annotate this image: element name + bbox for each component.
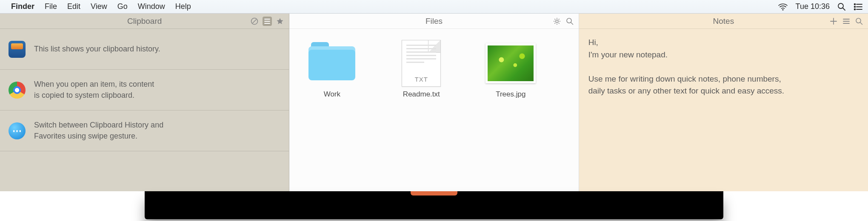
txt-file-icon: TXT <box>402 40 441 87</box>
notes-list-icon[interactable] <box>842 17 851 26</box>
clipboard-panel: Clipboard This list shows your clipboard… <box>0 14 289 191</box>
svg-point-5 <box>854 6 856 7</box>
menubar: Finder File Edit View Go Window Help Tue… <box>0 0 868 14</box>
svg-line-10 <box>253 19 257 23</box>
messages-app-icon <box>9 122 26 139</box>
dock-running-indicator <box>411 191 457 196</box>
panels-row: Clipboard This list shows your clipboard… <box>0 14 868 191</box>
svg-line-22 <box>558 19 559 20</box>
clipboard-clear-icon[interactable] <box>250 17 259 26</box>
clipboard-favorites-icon[interactable] <box>275 17 285 26</box>
svg-line-20 <box>558 23 559 23</box>
svg-point-23 <box>567 18 571 23</box>
menubar-app-name[interactable]: Finder <box>11 2 34 11</box>
notes-panel: Notes Hi, I'm your new notepad. Use me f… <box>579 14 868 191</box>
svg-point-1 <box>838 3 843 8</box>
menubar-clock[interactable]: Tue 10:36 <box>796 2 830 11</box>
svg-line-21 <box>554 23 555 23</box>
spotlight-icon[interactable] <box>837 3 846 11</box>
clipboard-item[interactable]: When you open an item, its content is co… <box>0 70 289 110</box>
clipboard-item[interactable]: This list shows your clipboard history. <box>0 29 289 70</box>
clipboard-item-text: This list shows your clipboard history. <box>34 44 160 54</box>
notes-add-icon[interactable] <box>829 17 838 26</box>
clipboard-title: Clipboard <box>127 17 162 26</box>
file-item-image[interactable]: Trees.jpg <box>481 40 540 99</box>
svg-line-2 <box>843 8 845 10</box>
clipboard-item[interactable]: Switch between Clipboard History and Fav… <box>0 110 289 151</box>
svg-line-24 <box>571 23 573 25</box>
menu-edit[interactable]: Edit <box>67 2 80 11</box>
svg-point-3 <box>854 3 856 5</box>
clipboard-header: Clipboard <box>0 14 289 29</box>
folder-icon <box>308 46 355 80</box>
files-grid: Work TXT Readme.txt Trees.jpg <box>289 29 578 110</box>
svg-point-7 <box>854 8 856 10</box>
menu-window[interactable]: Window <box>138 2 165 11</box>
file-item-txt[interactable]: TXT Readme.txt <box>391 40 451 99</box>
clipboard-history-icon[interactable] <box>263 17 272 26</box>
files-settings-icon[interactable] <box>552 17 562 26</box>
notes-search-icon[interactable] <box>854 17 864 26</box>
files-header: Files <box>289 14 578 29</box>
file-label: Readme.txt <box>403 90 440 99</box>
svg-point-0 <box>782 9 783 10</box>
files-panel: Files Work <box>289 14 579 191</box>
file-item-folder[interactable]: Work <box>302 40 362 99</box>
svg-point-30 <box>856 18 861 23</box>
files-title: Files <box>425 17 443 26</box>
menu-go[interactable]: Go <box>117 2 128 11</box>
notes-header: Notes <box>579 14 868 29</box>
menu-help[interactable]: Help <box>175 2 191 11</box>
file-ext-label: TXT <box>402 76 440 83</box>
clipboard-item-text: Switch between Clipboard History and Fav… <box>34 120 163 141</box>
clipboard-item-text: When you open an item, its content is co… <box>34 79 154 100</box>
menu-file[interactable]: File <box>45 2 57 11</box>
notes-text[interactable]: Hi, I'm your new notepad. Use me for wri… <box>579 29 868 105</box>
dock-area <box>0 191 868 221</box>
svg-line-31 <box>860 23 862 25</box>
clipboard-list: This list shows your clipboard history. … <box>0 29 289 191</box>
wifi-icon[interactable] <box>778 3 788 11</box>
svg-line-19 <box>554 19 555 20</box>
image-thumbnail <box>485 43 536 83</box>
menu-extras-icon[interactable] <box>854 3 863 11</box>
chrome-app-icon <box>9 82 26 99</box>
files-search-icon[interactable] <box>565 17 574 26</box>
file-label: Trees.jpg <box>496 90 525 99</box>
notes-title: Notes <box>713 17 734 26</box>
dock-shadow <box>145 191 723 219</box>
svg-point-14 <box>556 20 558 23</box>
pocket-app-icon <box>9 41 26 58</box>
menu-view[interactable]: View <box>91 2 107 11</box>
file-label: Work <box>324 90 340 99</box>
